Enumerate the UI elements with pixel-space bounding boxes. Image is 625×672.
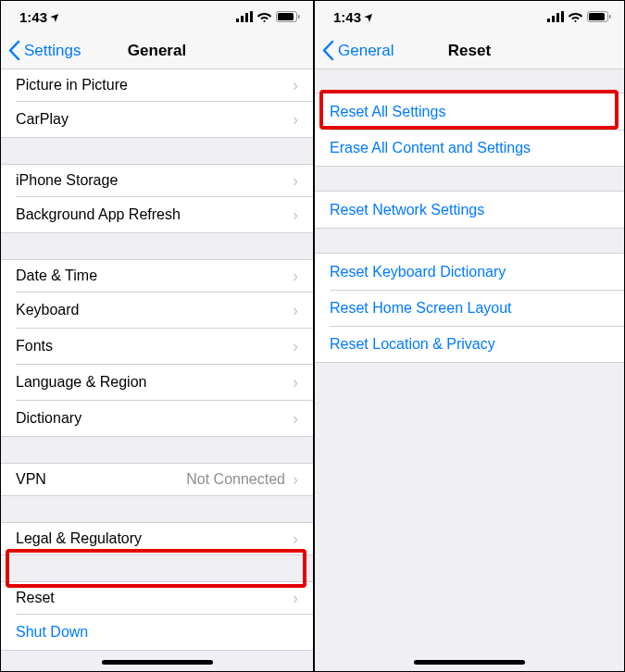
wifi-icon xyxy=(256,11,272,22)
chevron-right-icon: › xyxy=(293,111,298,128)
location-icon: ➤ xyxy=(362,9,377,24)
chevron-right-icon: › xyxy=(293,206,298,223)
cellular-icon xyxy=(236,11,253,22)
status-time: 1:43 xyxy=(19,9,47,25)
row-fonts[interactable]: Fonts › xyxy=(1,328,313,364)
row-keyboard[interactable]: Keyboard › xyxy=(1,292,313,328)
battery-icon xyxy=(276,11,300,22)
row-date-time[interactable]: Date & Time › xyxy=(1,260,313,292)
row-shut-down[interactable]: Shut Down xyxy=(1,614,313,650)
status-time: 1:43 xyxy=(333,9,361,25)
back-button[interactable]: General xyxy=(322,41,394,60)
back-label: General xyxy=(338,42,394,60)
row-label: Reset Network Settings xyxy=(330,202,609,218)
row-label: iPhone Storage xyxy=(16,172,293,189)
svg-rect-9 xyxy=(556,13,559,22)
row-legal-regulatory[interactable]: Legal & Regulatory › xyxy=(1,523,313,554)
chevron-right-icon: › xyxy=(293,77,298,93)
nav-bar: General Reset xyxy=(315,32,624,69)
svg-rect-1 xyxy=(241,16,244,22)
back-label: Settings xyxy=(24,42,81,60)
row-label: VPN xyxy=(16,471,186,488)
nav-bar: Settings General xyxy=(1,32,313,69)
chevron-right-icon: › xyxy=(293,471,298,488)
phone-general-settings: 1:43 ➤ Settings General Picture in Pictu… xyxy=(1,1,313,671)
chevron-right-icon: › xyxy=(293,172,298,189)
cellular-icon xyxy=(547,11,564,22)
row-picture-in-picture[interactable]: Picture in Picture › xyxy=(1,69,313,101)
row-iphone-storage[interactable]: iPhone Storage › xyxy=(1,165,313,196)
row-reset-network[interactable]: Reset Network Settings xyxy=(315,192,624,228)
row-label: Reset Home Screen Layout xyxy=(330,300,609,317)
row-reset-home-screen[interactable]: Reset Home Screen Layout xyxy=(315,290,624,326)
status-right xyxy=(236,11,300,22)
row-label: Date & Time xyxy=(16,268,293,284)
chevron-right-icon: › xyxy=(293,374,298,391)
row-label: Picture in Picture xyxy=(16,77,293,93)
wifi-icon xyxy=(568,11,583,22)
svg-rect-8 xyxy=(552,16,555,22)
home-indicator xyxy=(102,660,213,665)
chevron-right-icon: › xyxy=(293,530,298,547)
row-reset[interactable]: Reset › xyxy=(1,582,313,614)
svg-rect-10 xyxy=(561,11,564,22)
row-erase-all-content[interactable]: Erase All Content and Settings xyxy=(315,130,624,166)
home-indicator xyxy=(414,660,525,665)
svg-rect-2 xyxy=(245,13,248,22)
row-label: Keyboard xyxy=(16,302,293,318)
location-icon: ➤ xyxy=(48,9,63,24)
row-value: Not Connected xyxy=(186,471,285,488)
row-reset-keyboard-dictionary[interactable]: Reset Keyboard Dictionary xyxy=(315,254,624,290)
row-label: Reset Keyboard Dictionary xyxy=(330,264,609,280)
status-right xyxy=(547,11,611,22)
chevron-left-icon xyxy=(322,41,334,60)
svg-rect-6 xyxy=(298,15,300,19)
row-language-region[interactable]: Language & Region › xyxy=(1,364,313,400)
row-label: Erase All Content and Settings xyxy=(330,140,609,156)
row-label: Fonts xyxy=(16,338,293,355)
row-reset-location-privacy[interactable]: Reset Location & Privacy xyxy=(315,326,624,362)
svg-rect-3 xyxy=(250,11,253,22)
row-label: Reset Location & Privacy xyxy=(330,336,609,353)
svg-rect-5 xyxy=(278,13,294,20)
svg-rect-12 xyxy=(589,13,605,20)
svg-rect-0 xyxy=(236,19,239,22)
row-dictionary[interactable]: Dictionary › xyxy=(1,400,313,436)
general-content: Picture in Picture › CarPlay › iPhone St… xyxy=(1,69,313,671)
status-bar: 1:43 ➤ xyxy=(315,1,624,32)
svg-rect-13 xyxy=(609,15,611,19)
chevron-right-icon: › xyxy=(293,590,298,606)
row-label: Background App Refresh xyxy=(16,206,293,223)
row-label: Dictionary xyxy=(16,410,293,427)
row-label: Shut Down xyxy=(16,624,298,641)
battery-icon xyxy=(587,11,611,22)
chevron-right-icon: › xyxy=(293,410,298,427)
row-label: Language & Region xyxy=(16,374,293,391)
row-reset-all-settings[interactable]: Reset All Settings xyxy=(315,93,624,130)
row-carplay[interactable]: CarPlay › xyxy=(1,101,313,137)
row-label: Reset All Settings xyxy=(330,104,609,120)
row-vpn[interactable]: VPN Not Connected › xyxy=(1,464,313,495)
row-label: Legal & Regulatory xyxy=(16,530,293,547)
chevron-right-icon: › xyxy=(293,302,298,318)
status-bar: 1:43 ➤ xyxy=(1,1,313,32)
chevron-left-icon xyxy=(8,41,20,60)
reset-content: Reset All Settings Erase All Content and… xyxy=(315,69,624,671)
phone-reset-settings: 1:43 ➤ General Reset Reset All Settings xyxy=(313,1,624,671)
chevron-right-icon: › xyxy=(293,338,298,355)
row-label: CarPlay xyxy=(16,111,293,128)
row-label: Reset xyxy=(16,590,293,606)
row-background-app-refresh[interactable]: Background App Refresh › xyxy=(1,196,313,232)
back-button[interactable]: Settings xyxy=(8,41,81,60)
svg-rect-7 xyxy=(547,19,550,22)
chevron-right-icon: › xyxy=(293,268,298,284)
